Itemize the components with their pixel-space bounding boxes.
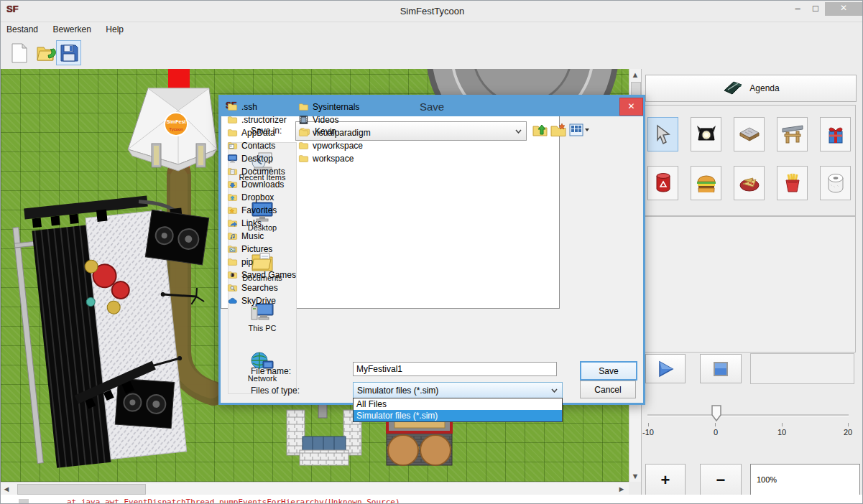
up-one-level-button[interactable] (532, 123, 548, 137)
view-menu-button[interactable] (569, 123, 589, 137)
file-item[interactable]: Searches (227, 281, 296, 294)
open-file-button[interactable] (34, 40, 59, 65)
type-option-simulator-files[interactable]: Simulator files (*.sim) (354, 410, 562, 421)
save-button[interactable] (56, 40, 81, 65)
main-toolbar (1, 36, 863, 70)
file-item[interactable]: Music (227, 230, 296, 243)
file-item[interactable]: .structorizer (227, 113, 296, 126)
close-button[interactable]: ✕ (825, 2, 862, 16)
file-item[interactable]: pip (227, 256, 296, 269)
monitor-icon (227, 154, 238, 164)
gift-icon (826, 124, 846, 144)
tool-fries-button[interactable] (777, 166, 808, 200)
scroll-right-icon[interactable]: ► (616, 483, 627, 495)
tool-gift-button[interactable] (820, 117, 851, 151)
dialog-cancel-button[interactable]: Cancel (580, 381, 636, 398)
file-item[interactable]: Downloads (227, 178, 296, 191)
stage-light-icon (696, 124, 716, 144)
tool-stage-light-button[interactable] (691, 117, 721, 151)
file-item[interactable]: Sysinternals (298, 101, 371, 113)
folder-music-icon (227, 231, 238, 241)
place-label: This PC (229, 324, 296, 332)
minimize-button[interactable]: – (789, 2, 806, 16)
files-of-type-value: Simulator files (*.sim) (357, 386, 438, 396)
folder-icon (298, 154, 309, 164)
file-item[interactable]: Pictures (227, 243, 296, 256)
torii-gate-icon (782, 124, 803, 144)
file-item[interactable]: Dropbox (227, 191, 296, 204)
zoom-level-field[interactable]: 100% (750, 464, 860, 495)
tool-floor-tile-button[interactable] (734, 117, 765, 151)
folder-search-icon (227, 283, 238, 293)
slider-thumb[interactable] (711, 405, 722, 422)
new-folder-button[interactable] (550, 123, 566, 137)
cursor-icon (655, 124, 672, 144)
burger-icon (696, 174, 717, 192)
tool-toilet-paper-button[interactable] (820, 166, 851, 200)
zoom-out-button[interactable]: − (700, 464, 742, 497)
slider-track[interactable] (647, 414, 849, 416)
file-item[interactable]: Favorites (227, 204, 296, 217)
type-option-all-files[interactable]: All Files (354, 398, 562, 410)
file-item[interactable]: .ssh (227, 101, 296, 113)
folder-picture-icon (227, 244, 238, 254)
svg-text:SimFest: SimFest (166, 119, 186, 124)
file-item[interactable]: workspace (298, 152, 371, 165)
slider-tick-label: -10 (637, 428, 659, 437)
folder-icon (227, 115, 238, 125)
scroll-left-icon[interactable]: ◄ (1, 483, 12, 495)
file-item[interactable]: Desktop (227, 152, 296, 165)
file-item-label: visualparadigm (313, 128, 371, 138)
file-name-input[interactable] (353, 362, 557, 376)
horizontal-scroll-thumb[interactable] (17, 484, 146, 495)
slider-tick-label: 0 (705, 428, 726, 437)
file-item[interactable]: Links (227, 217, 296, 230)
tool-trash-can-button[interactable] (647, 166, 678, 200)
dialog-close-button[interactable]: ✕ (619, 98, 643, 116)
folder-icon (227, 257, 238, 267)
food-stand[interactable] (387, 418, 452, 465)
file-item[interactable]: AppData (227, 126, 296, 139)
slider-tick (648, 423, 649, 426)
tool-torii-gate-button[interactable] (777, 117, 808, 151)
play-button[interactable] (645, 354, 686, 383)
application-window: SF SimFestTycoon – □ ✕ Bestand Bewerken … (0, 0, 863, 504)
agenda-button[interactable]: Agenda (645, 75, 857, 102)
scroll-down-icon[interactable]: ▼ (629, 470, 641, 482)
new-file-button[interactable] (6, 40, 32, 65)
file-item-label: Downloads (241, 179, 284, 190)
canvas-horizontal-scrollbar[interactable]: ◄ ► (1, 482, 629, 495)
entrance-tent[interactable]: SimFest Tycoon (128, 88, 217, 171)
folder-star-icon (227, 205, 238, 215)
menu-item-bewerken[interactable]: Bewerken (47, 22, 97, 34)
file-item[interactable]: Documents (227, 165, 296, 178)
slider-tick-label: 10 (771, 428, 793, 437)
file-item-label: Documents (241, 167, 285, 177)
file-item[interactable]: SkyDrive (227, 294, 296, 307)
file-item[interactable]: vpworkspace (298, 139, 371, 152)
file-item[interactable]: visualparadigm (298, 126, 371, 139)
dialog-save-button[interactable]: Save (580, 361, 637, 381)
files-of-type-combobox[interactable]: Simulator files (*.sim) (353, 382, 563, 399)
tool-cursor-button[interactable] (647, 117, 678, 151)
file-item-label: Music (241, 231, 264, 241)
scroll-up-icon[interactable]: ▲ (629, 69, 641, 80)
stop-button[interactable] (700, 354, 742, 383)
tool-pizza-button[interactable] (734, 166, 765, 200)
tool-burger-button[interactable] (691, 166, 721, 200)
menu-item-bestand[interactable]: Bestand (1, 22, 44, 34)
new-file-icon (11, 43, 28, 63)
file-item-label: Searches (241, 283, 278, 293)
title-bar: SF SimFestTycoon – □ ✕ (1, 1, 863, 22)
stage[interactable] (11, 190, 233, 470)
file-item[interactable]: Videos (298, 113, 371, 126)
speed-slider[interactable]: -10 0 10 20 (647, 396, 853, 439)
zoom-in-button[interactable]: + (645, 464, 686, 497)
menu-bar: Bestand Bewerken Help (1, 22, 863, 37)
maximize-button[interactable]: □ (807, 2, 824, 16)
file-item[interactable]: Contacts (227, 139, 296, 152)
console-output: at java.awt.EventDispatchThread.pumpEven… (1, 495, 863, 504)
file-item-label: .ssh (241, 102, 257, 112)
menu-item-help[interactable]: Help (100, 22, 129, 34)
file-item[interactable]: Saved Games (227, 269, 296, 281)
